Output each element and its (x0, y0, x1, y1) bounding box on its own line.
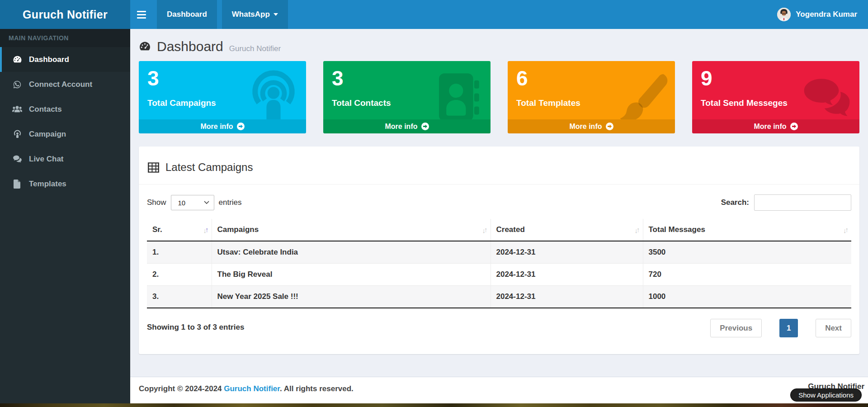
hamburger-icon (137, 11, 146, 12)
more-info-link[interactable]: More info (139, 119, 306, 133)
page-title: Dashboard (157, 39, 223, 54)
sidebar-item-label: Templates (29, 180, 66, 189)
caret-down-icon (274, 13, 278, 16)
nav-item-whatsapp[interactable]: WhatsApp (222, 0, 288, 29)
chevron-down-icon (204, 201, 209, 204)
sidebar-item-campaign[interactable]: Campaign (0, 122, 130, 147)
panel-header: Latest Campaigns (139, 147, 859, 185)
arrow-circle-right-icon (237, 123, 245, 130)
avatar (777, 8, 791, 21)
show-label: Show (147, 198, 166, 207)
column-header-campaigns[interactable]: Campaigns ↓↑ (212, 219, 491, 241)
stat-value: 3 (332, 67, 482, 90)
stat-label: Total Send Messeges (701, 98, 851, 108)
sidebar-toggle-button[interactable] (130, 0, 153, 29)
nav-item-dashboard[interactable]: Dashboard (157, 0, 217, 29)
desktop-wallpaper-strip (0, 403, 868, 407)
sidebar-item-contacts[interactable]: Contacts (0, 97, 130, 122)
sidebar-item-connect-account[interactable]: Connect Account (0, 72, 130, 97)
page-footer: Copyright © 2024-2024 Guruch Notifier. A… (130, 377, 868, 403)
table-header-row: Sr. ↓↑ Campaigns ↓↑ Created ↓↑ Total M (147, 219, 851, 241)
main-content: Dashboard Guruch Notifier 3 Total Campai… (130, 29, 868, 377)
sidebar-item-dashboard[interactable]: Dashboard (0, 47, 130, 72)
latest-campaigns-panel: Latest Campaigns Show 10 entries Search: (139, 147, 859, 354)
table-controls: Show 10 entries Search: (139, 185, 859, 217)
search-label: Search: (721, 198, 749, 207)
brand-logo[interactable]: Guruch Notifier (0, 0, 130, 29)
table-footer: Showing 1 to 3 of 3 entries Previous 1 N… (139, 308, 859, 354)
pagination-next-button[interactable]: Next (816, 319, 851, 337)
stat-value: 3 (147, 67, 297, 90)
user-name: Yogendra Kumar (796, 10, 857, 19)
show-applications-tooltip: Show Applications (790, 388, 862, 402)
dashboard-icon (139, 40, 151, 54)
table-info: Showing 1 to 3 of 3 entries (147, 319, 244, 332)
more-info-link[interactable]: More info (508, 119, 675, 133)
table-icon (147, 162, 160, 173)
sidebar: MAIN NAVIGATION Dashboard Connect Accoun… (0, 29, 130, 403)
pagination-page-1-button[interactable]: 1 (779, 319, 798, 337)
sort-icon: ↓↑ (482, 226, 486, 234)
stat-label: Total Contacts (332, 98, 482, 108)
users-icon (11, 105, 23, 113)
more-info-link[interactable]: More info (323, 119, 491, 133)
whatsapp-icon (11, 80, 23, 89)
arrow-circle-right-icon (421, 123, 429, 130)
stat-boxes-row: 3 Total Campaigns More info 3 Total Cont… (130, 54, 868, 133)
page-header: Dashboard Guruch Notifier (130, 29, 868, 54)
arrow-circle-right-icon (790, 123, 798, 130)
sort-icon: ↓↑ (843, 226, 847, 234)
table-row: 2. The Big Reveal 2024-12-31 720 (147, 264, 851, 286)
entries-label: entries (219, 198, 242, 207)
stat-label: Total Templates (516, 98, 666, 108)
table-row: 1. Utsav: Celebrate India 2024-12-31 350… (147, 241, 851, 264)
arrow-circle-right-icon (606, 123, 613, 130)
pagination-previous-button[interactable]: Previous (710, 319, 762, 337)
panel-title: Latest Campaigns (165, 161, 253, 174)
column-header-sr[interactable]: Sr. ↓↑ (147, 219, 212, 241)
campaigns-table: Sr. ↓↑ Campaigns ↓↑ Created ↓↑ Total M (147, 219, 851, 308)
pagination: Previous 1 Next (710, 319, 851, 337)
brand-link[interactable]: Guruch Notifier (224, 384, 280, 393)
podcast-icon (11, 130, 23, 138)
sidebar-item-live-chat[interactable]: Live Chat (0, 147, 130, 171)
more-info-link[interactable]: More info (692, 119, 859, 133)
search-input[interactable] (754, 194, 851, 211)
navbar-menu: Dashboard WhatsApp (157, 0, 288, 29)
column-header-created[interactable]: Created ↓↑ (491, 219, 643, 241)
page-length-control: Show 10 entries (147, 195, 242, 210)
sidebar-item-label: Contacts (29, 105, 62, 114)
stat-box-total-send-messages: 9 Total Send Messeges More info (692, 61, 859, 133)
stat-label: Total Campaigns (147, 98, 297, 108)
copyright-text: Copyright © 2024-2024 Guruch Notifier. A… (139, 384, 354, 393)
file-icon (11, 180, 23, 189)
stat-box-total-contacts: 3 Total Contacts More info (323, 61, 491, 133)
dashboard-icon (11, 55, 23, 64)
sidebar-item-label: Campaign (29, 130, 66, 139)
app-window: Guruch Notifier Dashboard WhatsApp (0, 0, 868, 407)
column-header-total-messages[interactable]: Total Messages ↓↑ (643, 219, 851, 241)
stat-value: 9 (701, 67, 851, 90)
comments-icon (11, 155, 23, 163)
stat-box-total-campaigns: 3 Total Campaigns More info (139, 61, 306, 133)
stat-box-total-templates: 6 Total Templates More info (508, 61, 675, 133)
sidebar-item-label: Dashboard (29, 55, 69, 64)
sidebar-item-label: Live Chat (29, 155, 64, 164)
table-row: 3. New Year 2025 Sale !!! 2024-12-31 100… (147, 286, 851, 308)
top-navbar: Guruch Notifier Dashboard WhatsApp (0, 0, 868, 29)
user-menu[interactable]: Yogendra Kumar (777, 0, 868, 29)
sidebar-item-label: Connect Account (29, 80, 92, 89)
sort-icon: ↓↑ (203, 226, 208, 234)
stat-value: 6 (516, 67, 666, 90)
search-control: Search: (721, 194, 851, 211)
sort-icon: ↓↑ (635, 226, 639, 234)
sidebar-item-templates[interactable]: Templates (0, 171, 130, 196)
page-subtitle: Guruch Notifier (229, 44, 281, 53)
page-length-select[interactable]: 10 (171, 195, 214, 210)
sidebar-section-label: MAIN NAVIGATION (0, 29, 130, 47)
